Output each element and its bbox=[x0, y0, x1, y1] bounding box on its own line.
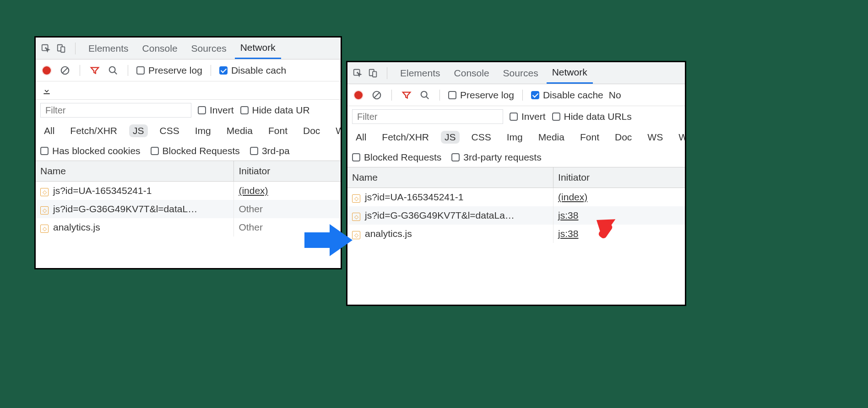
blocked-requests-checkbox[interactable]: Blocked Requests bbox=[151, 145, 240, 156]
disable-cache-checkbox[interactable]: Disable cach bbox=[219, 65, 286, 76]
tab-sources[interactable]: Sources bbox=[498, 62, 544, 84]
tab-sources[interactable]: Sources bbox=[186, 38, 232, 59]
initiator-link[interactable]: (index) bbox=[558, 192, 587, 202]
request-name: analytics.js bbox=[365, 228, 412, 239]
svg-point-5 bbox=[109, 66, 115, 72]
js-file-icon: ◇ bbox=[40, 188, 49, 196]
filter-icon[interactable] bbox=[88, 64, 101, 77]
preserve-log-checkbox[interactable]: Preserve log bbox=[136, 65, 202, 76]
separator bbox=[391, 90, 392, 101]
extra-filters: Blocked Requests 3rd-party requests bbox=[347, 147, 685, 167]
tab-console[interactable]: Console bbox=[449, 62, 495, 84]
main-tabs: Elements Console Sources Network bbox=[347, 62, 685, 84]
js-file-icon: ◇ bbox=[352, 194, 360, 203]
type-ws[interactable]: WS bbox=[332, 124, 341, 137]
preserve-log-checkbox[interactable]: Preserve log bbox=[448, 90, 514, 101]
third-party-checkbox[interactable]: 3rd-party requests bbox=[451, 152, 541, 163]
download-icon[interactable] bbox=[40, 84, 53, 97]
tab-network[interactable]: Network bbox=[235, 38, 281, 59]
type-xhr[interactable]: Fetch/XHR bbox=[378, 131, 433, 144]
record-icon[interactable] bbox=[352, 89, 365, 102]
separator bbox=[75, 43, 76, 54]
type-doc[interactable]: Doc bbox=[611, 131, 635, 144]
col-name[interactable]: Name bbox=[347, 167, 553, 188]
inspect-icon[interactable] bbox=[351, 67, 364, 80]
type-filter-row: All Fetch/XHR JS CSS Img Media Font Doc … bbox=[36, 121, 341, 141]
tab-elements[interactable]: Elements bbox=[395, 62, 446, 84]
device-toggle-icon[interactable] bbox=[55, 42, 68, 55]
type-wasm[interactable]: Wasn bbox=[675, 131, 685, 144]
col-initiator[interactable]: Initiator bbox=[553, 167, 685, 188]
device-toggle-icon[interactable] bbox=[367, 67, 380, 80]
request-name: analytics.js bbox=[53, 222, 100, 232]
table-row[interactable]: ◇js?id=G-G36G49KV7T&l=dataL… Other bbox=[36, 200, 341, 218]
blocked-cookies-checkbox[interactable]: Has blocked cookies bbox=[40, 145, 141, 156]
separator bbox=[128, 65, 128, 76]
table-row[interactable]: ◇js?id=UA-165345241-1 (index) bbox=[36, 182, 341, 200]
tab-console[interactable]: Console bbox=[137, 38, 183, 59]
filter-bar: Invert Hide data URLs bbox=[347, 106, 685, 127]
table-row[interactable]: ◇js?id=UA-165345241-1 (index) bbox=[347, 188, 685, 207]
invert-checkbox[interactable]: Invert bbox=[510, 111, 546, 122]
type-img[interactable]: Img bbox=[191, 124, 215, 137]
clear-icon[interactable] bbox=[370, 89, 383, 102]
svg-line-12 bbox=[374, 92, 380, 97]
col-name[interactable]: Name bbox=[36, 161, 234, 182]
type-media[interactable]: Media bbox=[535, 131, 568, 144]
initiator-label: Other bbox=[239, 204, 263, 214]
table-row[interactable]: ◇analytics.js js:38 bbox=[347, 225, 685, 243]
type-doc[interactable]: Doc bbox=[299, 124, 324, 137]
initiator-link[interactable]: js:38 bbox=[558, 210, 578, 220]
type-ws[interactable]: WS bbox=[644, 131, 667, 144]
filter-icon[interactable] bbox=[400, 89, 413, 102]
table-row[interactable]: ◇js?id=G-G36G49KV7T&l=dataLa… js:38 bbox=[347, 206, 685, 225]
type-font[interactable]: Font bbox=[265, 124, 291, 137]
annotation-arrow-icon bbox=[304, 224, 354, 256]
svg-point-13 bbox=[421, 91, 427, 97]
inspect-icon[interactable] bbox=[39, 42, 52, 55]
initiator-link[interactable]: js:38 bbox=[558, 228, 578, 239]
hide-data-urls-checkbox[interactable]: Hide data URLs bbox=[552, 111, 632, 122]
type-font[interactable]: Font bbox=[576, 131, 603, 144]
svg-line-4 bbox=[63, 68, 68, 73]
tab-elements[interactable]: Elements bbox=[83, 38, 134, 59]
network-toolbar: Preserve log Disable cach bbox=[36, 59, 341, 81]
blocked-requests-checkbox[interactable]: Blocked Requests bbox=[352, 152, 441, 163]
hide-data-urls-checkbox[interactable]: Hide data UR bbox=[240, 105, 310, 116]
request-name: js?id=G-G36G49KV7T&l=dataLa… bbox=[365, 210, 515, 220]
type-css[interactable]: CSS bbox=[156, 124, 183, 137]
request-name: js?id=UA-165345241-1 bbox=[53, 185, 152, 196]
type-all[interactable]: All bbox=[40, 124, 58, 137]
svg-rect-10 bbox=[373, 71, 376, 77]
truncated-text: No bbox=[609, 90, 621, 101]
request-table: Name Initiator ◇js?id=UA-165345241-1 (in… bbox=[36, 161, 341, 236]
filter-input[interactable] bbox=[40, 103, 191, 118]
type-all[interactable]: All bbox=[352, 131, 370, 144]
initiator-link[interactable]: (index) bbox=[239, 185, 268, 196]
search-icon[interactable] bbox=[418, 89, 431, 102]
type-js[interactable]: JS bbox=[441, 131, 460, 144]
separator bbox=[211, 65, 211, 76]
request-table: Name Initiator ◇js?id=UA-165345241-1 (in… bbox=[347, 167, 685, 243]
type-js[interactable]: JS bbox=[129, 124, 148, 137]
type-media[interactable]: Media bbox=[223, 124, 256, 137]
svg-marker-16 bbox=[590, 210, 615, 238]
type-xhr[interactable]: Fetch/XHR bbox=[66, 124, 121, 137]
js-file-icon: ◇ bbox=[40, 206, 49, 215]
clear-icon[interactable] bbox=[59, 64, 71, 77]
filter-input[interactable] bbox=[352, 109, 503, 124]
disable-cache-checkbox[interactable]: Disable cache bbox=[531, 90, 603, 101]
annotation-pointer-icon bbox=[590, 210, 622, 242]
type-css[interactable]: CSS bbox=[468, 131, 495, 144]
tab-network[interactable]: Network bbox=[547, 62, 593, 84]
type-img[interactable]: Img bbox=[503, 131, 526, 144]
invert-checkbox[interactable]: Invert bbox=[198, 105, 234, 116]
col-initiator[interactable]: Initiator bbox=[234, 161, 341, 182]
table-row[interactable]: ◇analytics.js Other bbox=[36, 218, 341, 236]
devtools-panel-before: Elements Console Sources Network Preserv… bbox=[34, 36, 342, 269]
svg-line-6 bbox=[114, 71, 117, 74]
record-icon[interactable] bbox=[40, 64, 53, 77]
search-icon[interactable] bbox=[107, 64, 119, 77]
js-file-icon: ◇ bbox=[352, 213, 360, 221]
third-party-checkbox[interactable]: 3rd-pa bbox=[250, 145, 290, 156]
